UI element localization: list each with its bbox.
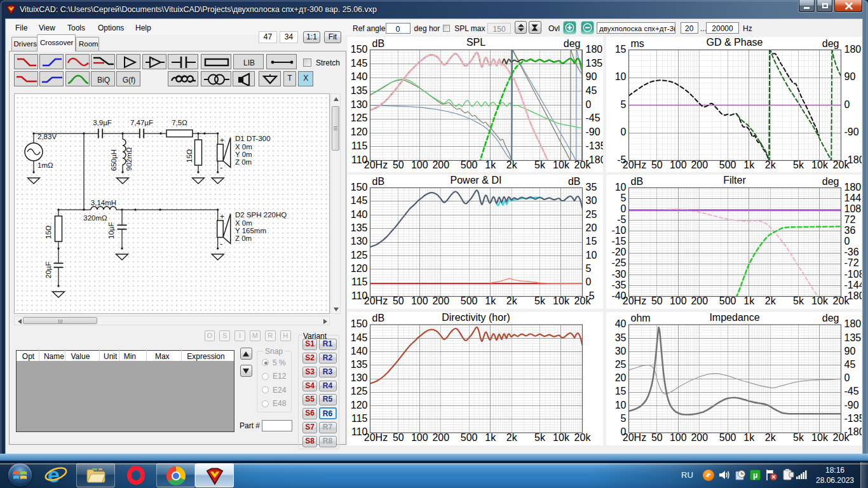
svg-text:140: 140 <box>351 346 368 356</box>
svg-text:+: + <box>220 212 224 221</box>
svg-text:1k: 1k <box>743 295 755 306</box>
svg-text:20Hz: 20Hz <box>364 432 388 443</box>
svg-text:135: 135 <box>844 332 862 343</box>
svg-text:10k: 10k <box>553 432 570 443</box>
svg-text:SPL: SPL <box>466 37 485 48</box>
svg-text:50: 50 <box>393 432 404 443</box>
svg-text:5: 5 <box>621 413 627 424</box>
svg-text:dB: dB <box>372 176 385 187</box>
svg-text:135: 135 <box>351 222 368 233</box>
svg-text:20k: 20k <box>833 295 850 306</box>
svg-text:dB: dB <box>372 38 385 49</box>
svg-text:+: + <box>220 136 224 145</box>
svg-text:2k: 2k <box>765 432 776 443</box>
svg-text:150: 150 <box>351 182 368 193</box>
svg-text:20Hz: 20Hz <box>364 159 388 170</box>
svg-text:25: 25 <box>615 359 627 370</box>
svg-text:1k: 1k <box>743 159 755 170</box>
svg-text:200: 200 <box>691 432 708 443</box>
svg-text:-30: -30 <box>611 269 626 280</box>
svg-text:130: 130 <box>351 99 368 110</box>
svg-text:10: 10 <box>615 182 627 193</box>
svg-text:5: 5 <box>586 263 592 274</box>
svg-text:100: 100 <box>670 295 687 306</box>
svg-text:200: 200 <box>432 432 449 443</box>
svg-text:500: 500 <box>719 159 736 170</box>
svg-text:115: 115 <box>351 413 368 424</box>
svg-text:D1 DT-300: D1 DT-300 <box>235 135 271 142</box>
svg-text:0: 0 <box>621 203 627 214</box>
svg-text:-72: -72 <box>844 257 859 268</box>
svg-text:140: 140 <box>351 71 368 82</box>
svg-text:108: 108 <box>844 203 862 214</box>
svg-text:150: 150 <box>351 318 368 329</box>
svg-text:GD & Phase: GD & Phase <box>707 37 763 48</box>
svg-text:145: 145 <box>351 332 368 343</box>
svg-text:10k: 10k <box>811 432 829 443</box>
svg-text:320mΩ: 320mΩ <box>83 214 107 222</box>
svg-text:35: 35 <box>586 182 597 193</box>
svg-text:200: 200 <box>432 159 449 170</box>
svg-text:100: 100 <box>411 159 428 170</box>
svg-text:500: 500 <box>719 295 736 306</box>
svg-text:15: 15 <box>615 44 627 55</box>
svg-text:40: 40 <box>615 318 627 329</box>
svg-text:5: 5 <box>621 99 627 110</box>
svg-text:Y 0m: Y 0m <box>235 151 252 158</box>
svg-text:5k: 5k <box>534 295 546 306</box>
svg-text:50: 50 <box>393 295 404 306</box>
svg-text:36: 36 <box>844 225 856 236</box>
svg-text:Directivity (hor): Directivity (hor) <box>442 312 510 323</box>
svg-text:2k: 2k <box>506 295 518 306</box>
svg-text:50: 50 <box>651 159 663 170</box>
svg-text:20k: 20k <box>833 432 850 443</box>
svg-text:145: 145 <box>351 58 368 69</box>
svg-text:120: 120 <box>351 400 368 410</box>
svg-text:LIB: LIB <box>243 58 255 67</box>
svg-text:-135: -135 <box>586 140 604 151</box>
svg-text:Z 0m: Z 0m <box>235 158 252 166</box>
svg-text:2k: 2k <box>765 295 776 306</box>
svg-text:-35: -35 <box>611 280 626 290</box>
svg-text:50: 50 <box>393 159 404 170</box>
svg-text:-20: -20 <box>611 247 626 257</box>
svg-text:25: 25 <box>586 209 597 220</box>
svg-text:144: 144 <box>844 193 862 203</box>
svg-text:+: + <box>151 57 154 63</box>
svg-text:100: 100 <box>411 295 428 306</box>
svg-text:100: 100 <box>670 432 687 443</box>
svg-text:G(f): G(f) <box>123 76 136 85</box>
svg-text:deg: deg <box>822 38 839 49</box>
svg-text:-45: -45 <box>586 112 600 123</box>
svg-text:20µF: 20µF <box>44 262 52 278</box>
svg-text:1k: 1k <box>485 432 496 443</box>
svg-text:2k: 2k <box>765 159 776 170</box>
svg-text:10µF: 10µF <box>107 222 115 239</box>
svg-text:deg: deg <box>822 313 839 323</box>
svg-text:140: 140 <box>351 209 368 220</box>
svg-text:-135: -135 <box>844 413 862 424</box>
svg-text:-108: -108 <box>844 269 862 280</box>
svg-text:Power & DI: Power & DI <box>451 175 502 186</box>
svg-text:1k: 1k <box>485 159 496 170</box>
svg-text:e: e <box>48 464 60 487</box>
svg-text:Z 0m: Z 0m <box>235 234 252 242</box>
svg-text:100: 100 <box>411 432 428 443</box>
svg-text:Filter: Filter <box>723 175 746 186</box>
svg-text:145: 145 <box>351 195 368 206</box>
svg-text:-90: -90 <box>586 126 600 137</box>
svg-text:-90: -90 <box>844 126 859 137</box>
svg-text:72: 72 <box>844 214 856 225</box>
svg-text:20k: 20k <box>833 159 850 170</box>
svg-text:1k: 1k <box>485 295 496 306</box>
svg-text:20k: 20k <box>574 432 592 443</box>
svg-text:ms: ms <box>631 38 644 49</box>
svg-text:50: 50 <box>651 432 663 443</box>
svg-text:135: 135 <box>351 359 368 370</box>
svg-text:30: 30 <box>586 195 597 206</box>
svg-text:0: 0 <box>844 372 850 383</box>
svg-text:100: 100 <box>670 159 687 170</box>
svg-text:90: 90 <box>844 346 856 356</box>
svg-text:X 0m: X 0m <box>235 143 252 151</box>
svg-text:-: - <box>220 163 222 172</box>
